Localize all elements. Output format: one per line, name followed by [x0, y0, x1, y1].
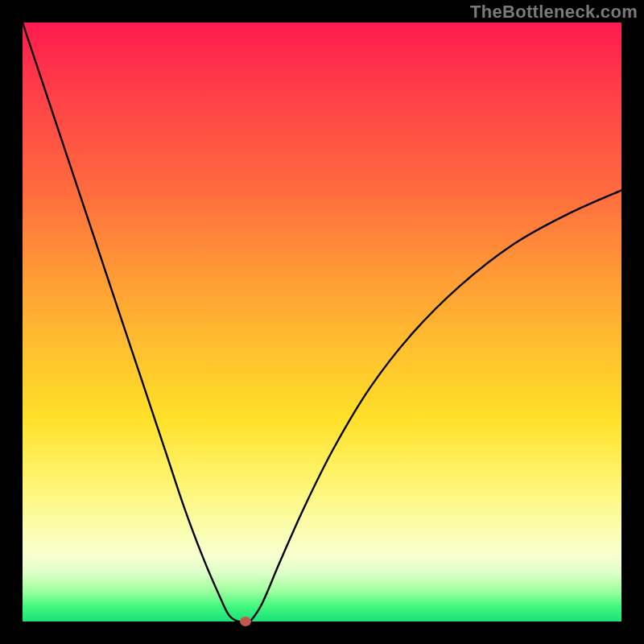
- bottleneck-curve: [23, 23, 621, 621]
- watermark-text: TheBottleneck.com: [470, 2, 638, 23]
- optimal-point-marker: [240, 617, 251, 626]
- chart-frame: TheBottleneck.com: [0, 0, 644, 644]
